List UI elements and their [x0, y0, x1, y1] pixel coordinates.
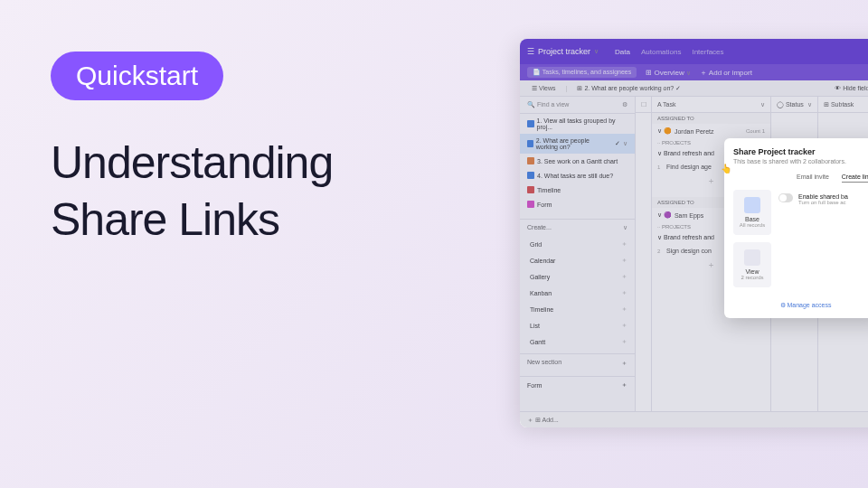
create-calendar[interactable]: Calendar＋ [520, 252, 635, 268]
person-row-1[interactable]: ∨ 🟠 Jordan PeretzCount 1 [652, 124, 770, 138]
view-item-working-on[interactable]: 2. What are people working on? ✓ ∨ [520, 134, 635, 154]
table-tab[interactable]: 📄 Tasks, timelines, and assignees [527, 67, 637, 78]
view-icon [744, 249, 760, 266]
share-title: Share Project tracker [733, 147, 868, 156]
tab-automations[interactable]: Automations [641, 48, 681, 56]
create-gallery[interactable]: Gallery＋ [520, 268, 635, 285]
base-name[interactable]: ☰ Project tracker ∨ [527, 47, 599, 56]
top-tabs: Data Automations Interfaces [615, 48, 724, 56]
share-subtitle: This base is shared with 2 collaborators… [733, 158, 868, 164]
hero: Quickstart Understanding Share Links [51, 52, 333, 248]
create-gantt[interactable]: Gantt＋ [520, 333, 635, 350]
create-grid[interactable]: Grid＋ [520, 236, 635, 252]
col-head-subtask[interactable]: ⊞ Subtask [818, 97, 868, 113]
sidebar: 🔍 Find a view⚙ 1. View all tasks grouped… [520, 97, 636, 427]
toggle-switch[interactable] [778, 193, 793, 202]
footer-bar: ＋ ⊞ Add... 2 records [520, 411, 868, 427]
manage-access-link[interactable]: ⚙ Manage access [733, 302, 868, 309]
find-view[interactable]: 🔍 Find a view⚙ [520, 97, 635, 114]
enable-shared-toggle[interactable]: Enable shared ba Turn on full base ac [778, 193, 868, 205]
quickstart-badge: Quickstart [51, 52, 223, 100]
share-panel: Share Project tracker This base is share… [724, 138, 868, 318]
view-item-all-tasks[interactable]: 1. View all tasks grouped by proj... [520, 114, 635, 134]
footer-add[interactable]: ＋ ⊞ Add... [527, 416, 559, 425]
group-assigned-1: ASSIGNED TO [652, 113, 770, 124]
hide-fields[interactable]: 👁 Hide fields [830, 83, 868, 93]
share-card-base[interactable]: Base All records [733, 190, 771, 235]
tab-data[interactable]: Data [615, 48, 630, 56]
tab-interfaces[interactable]: Interfaces [692, 48, 723, 56]
share-tab-email[interactable]: Email invite [797, 174, 829, 183]
hero-title: Understanding Share Links [51, 135, 333, 248]
view-item-gantt[interactable]: 3. See work on a Gantt chart [520, 154, 635, 168]
create-header[interactable]: Create...∨ [520, 220, 635, 236]
add-import[interactable]: ＋ Add or import [700, 68, 752, 78]
create-timeline[interactable]: Timeline＋ [520, 301, 635, 317]
form-end[interactable]: Form＋ [520, 376, 635, 393]
create-kanban[interactable]: Kanban＋ [520, 285, 635, 301]
subbar: 📄 Tasks, timelines, and assignees ⊞ Over… [520, 64, 868, 80]
col-head-status[interactable]: ◯ Status∨ [771, 97, 817, 113]
toolbar: ☰ Views | ⊞ 2. What are people working o… [520, 80, 868, 97]
view-item-timeline[interactable]: Timeline [520, 183, 635, 197]
create-list[interactable]: List＋ [520, 317, 635, 333]
current-view[interactable]: ⊞ 2. What are people working on? ✓ [572, 83, 685, 94]
views-button[interactable]: ☰ Views [527, 83, 561, 94]
share-card-view[interactable]: View 2 records [733, 242, 771, 287]
share-tab-link[interactable]: Create link [842, 174, 868, 183]
overview-tab[interactable]: ⊞ Overview ∨ [646, 69, 691, 77]
col-head-task[interactable]: A Task∨ [652, 97, 770, 113]
base-icon [744, 197, 760, 213]
topbar: ☰ Project tracker ∨ Data Automations Int… [520, 39, 868, 64]
view-item-due[interactable]: 4. What tasks are still due? [520, 168, 635, 183]
cursor-icon: 👆 [721, 164, 731, 174]
view-item-form[interactable]: Form [520, 197, 635, 211]
new-section[interactable]: New section＋ [520, 353, 635, 372]
